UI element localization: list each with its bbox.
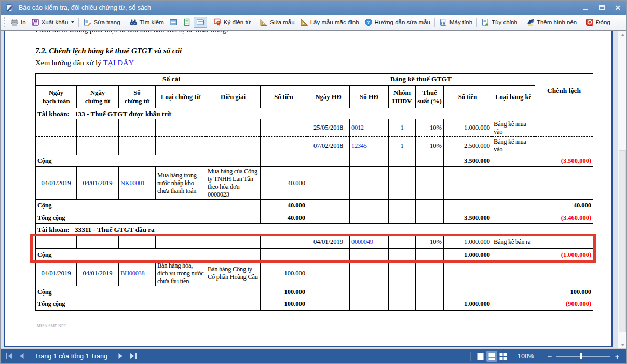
minimize-icon [583,9,588,10]
account-value: 133 - Thuế GTGT được khấu trừ [75,110,171,118]
account-row: Tài khoản:33311 - Thuế GTGT đầu ra [36,224,593,235]
account-cell: Tài khoản:33311 - Thuế GTGT đầu ra [36,224,593,235]
toolbar-button-huong-dan-sua-mau[interactable]: ?Hướng dẫn sửa mẫu [362,17,433,28]
digital-sign-icon [213,18,222,26]
toolbar-button-in[interactable]: In [8,17,29,28]
table-cell: 100.000 [261,298,307,311]
view-landscape-icon [169,18,178,26]
document-link[interactable]: BH00038 [119,261,156,286]
table-cell [444,286,492,298]
zoom-in-button[interactable]: + [613,352,621,361]
toolbar-button-ky-dien-tu[interactable]: Ký điện tử [211,17,253,28]
scroll-up-icon [621,34,625,36]
zoom-slider[interactable] [556,356,610,357]
zoom-out-button[interactable]: − [546,352,554,361]
column-header: Thuế suất (%) [416,86,444,108]
subtotal-row: Cộng40.00040.000 [36,200,593,212]
table-cell [119,235,156,249]
last-page-button[interactable] [130,352,137,361]
table-cell [350,200,389,212]
toolbar-separator [78,18,79,27]
table-cell [350,286,389,298]
toolbar: InXuất khẩuSửa trangTìm kiếmKý điện tửSử… [1,15,626,30]
edit-page-icon [83,18,91,26]
table-cell: 2.500.000 [444,137,492,155]
toolbar-button-view-single[interactable] [167,17,180,28]
toolbar-button-tim-kiem[interactable]: Tìm kiếm [127,17,167,28]
toolbar-button-may-tinh[interactable]: Máy tính [437,17,475,28]
toolbar-separator [125,18,125,27]
document-link[interactable]: 0012 [350,119,389,137]
table-cell [350,155,389,167]
binoculars-icon [129,18,138,26]
first-page-button[interactable] [6,352,12,361]
close-button[interactable]: ✕ [612,3,623,13]
column-header: Số tiền [261,86,307,108]
table-cell [307,249,350,261]
guide-link[interactable]: TẠI ĐÂY [103,59,134,67]
view-single-page-button[interactable] [475,351,486,362]
table-cell: 04/01/2019 [36,167,77,200]
column-header: Loại chứng từ [156,86,206,108]
zoom-slider-thumb[interactable] [580,353,582,359]
scrollbar-thumb[interactable] [619,150,626,332]
column-group-header: Bảng kê thuế GTGT [307,74,535,86]
table-cell: 40.000 [261,212,307,224]
table-cell: 1 [389,137,416,155]
sum-label: Cộng [36,249,261,261]
toolbar-button-sua-mau[interactable]: Sửa mẫu [257,17,297,28]
toolbar-label: Thêm hình nền [537,19,577,25]
report-page: Phần mềm không phát hiện ra hóa đơn đầu … [4,30,613,347]
sum-label: Cộng [36,155,261,167]
table-cell [389,298,416,311]
table-cell [261,249,307,261]
preview-viewport: Phần mềm không phát hiện ra hóa đơn đầu … [1,30,626,349]
view-multi-page-button[interactable] [498,351,509,362]
table-cell [307,155,350,167]
table-cell: 100.000 [261,261,307,286]
toolbar-label: Lấy mẫu mặc định [310,19,359,25]
maximize-button[interactable] [596,3,607,13]
table-cell: 3.500.000 [444,212,492,224]
table-cell [416,200,444,212]
table-cell [492,155,535,167]
subtotal-row: Cộng100.000100.000 [36,286,593,298]
toolbar-button-view-facing[interactable] [194,17,207,28]
column-header: Ngày hạch toán [36,86,77,108]
export-floppy-icon [31,18,39,26]
set-square-icon [260,18,268,26]
toolbar-button-sua-trang[interactable]: Sửa trang [80,17,122,28]
data-row: 04/01/2019000004910%1.000.000Bảng kê bán… [36,235,593,249]
table-cell: 100.000 [535,286,593,298]
column-header: Số tiền [444,86,492,108]
app-icon [5,3,15,12]
table-cell [261,119,307,137]
subtotal-row: Cộng1.000.000(1.000.000) [36,249,593,261]
vertical-scrollbar[interactable] [618,31,626,349]
table-cell [416,286,444,298]
toolbar-button-xuat-khau[interactable]: Xuất khẩu [29,17,77,28]
table-cell [535,137,593,155]
toolbar-button-dong[interactable]: Đóng [583,17,613,28]
section-title: 7.2. Chênh lệch bảng kê thuế GTGT và sổ … [35,47,182,55]
view-continuous-button[interactable] [486,351,497,362]
toolbar-separator [209,18,209,27]
toolbar-button-them-hinh-nen[interactable]: Thêm hình nền [524,17,579,28]
toolbar-button-view-continuous[interactable] [180,17,194,28]
document-link[interactable]: 0000049 [350,235,389,249]
toolbar-button-tuy-chinh[interactable]: ATùy chỉnh [479,17,520,28]
table-cell [77,137,119,155]
table-cell: (3.460.000) [535,212,593,224]
table-cell: 1.000.000 [444,235,492,249]
minimize-button[interactable] [580,3,591,13]
prev-page-button[interactable] [19,352,24,361]
document-link[interactable]: 12345 [350,137,389,155]
document-link[interactable]: NK00001 [119,167,156,200]
table-cell: (1.000.000) [535,249,593,261]
next-page-button[interactable] [118,352,123,361]
table-cell [492,200,535,212]
toolbar-button-lay-mau-mac-dinh[interactable]: Lấy mẫu mặc định [297,17,362,28]
scroll-up-button[interactable] [618,31,626,39]
table-cell [307,261,350,286]
help-icon: ? [364,18,373,26]
